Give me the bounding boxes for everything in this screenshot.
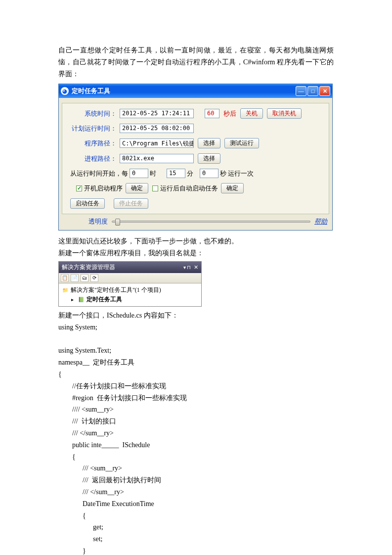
vs-tool-icon[interactable]: 📋 [61,274,69,282]
solution-explorer: 解决方案资源管理器 ▾ ⊓ ✕ 📋 📄 🗂 ⟳ 📁 解决方案"定时任务工具"(1… [58,261,202,307]
label-progpath: 程序路径： [67,139,120,148]
seconds-suffix: 秒后 [223,109,236,118]
vs-tool-icon[interactable]: ⟳ [90,274,98,282]
testrun-button[interactable]: 测试运行 [224,138,259,148]
clock-icon: ◕ [61,87,69,95]
sec-label: 秒 运行一次 [220,169,254,178]
confirm2-button[interactable]: 确定 [221,183,244,193]
hour-field[interactable]: 0 [130,169,148,178]
choose-proc-button[interactable]: 选择 [198,153,220,164]
vs-project-line[interactable]: ▸ 📗 定时任务工具 [62,295,198,304]
label-procpath: 进程路径： [67,154,120,163]
cancel-shutdown-button[interactable]: 取消关机 [267,108,302,119]
procpath-field[interactable]: 8021x.exe [120,154,194,163]
start-task-button[interactable]: 启动任务 [70,198,105,209]
expand-icon[interactable]: ▸ [69,296,76,303]
interval-prefix: 从运行时间开始，每 [70,169,128,178]
vs-close-icon[interactable]: ✕ [194,264,198,271]
window-title: 定时任务工具 [72,87,110,95]
confirm1-button[interactable]: 确定 [126,183,148,193]
mid-paragraph-2: 新建一个窗体应用程序项目，我的项目名就是： [58,247,334,259]
vs-toolbar: 📋 📄 🗂 ⟳ [59,273,201,283]
progpath-field[interactable]: C:\Program Files\锐捷网络 [120,139,194,148]
app-window: ◕ 定时任务工具 — □ ✕ 系统时间： 2012-05-25 17:24:11… [58,84,333,231]
label-systime: 系统时间： [67,109,120,118]
solution-icon: 📁 [62,286,69,293]
minimize-button[interactable]: — [296,86,306,96]
after-vs-text: 新建一个接口，ISchedule.cs 内容如下： [58,310,334,322]
opacity-slider[interactable] [112,221,310,223]
sec-field[interactable]: 0 [200,169,218,178]
label-plantime: 计划运行时间： [67,124,120,133]
csproj-icon: 📗 [78,296,85,303]
maximize-button[interactable]: □ [307,86,318,96]
vs-tool-icon[interactable]: 📄 [71,274,79,282]
help-link[interactable]: 帮助 [314,217,327,226]
vs-title: 解决方案资源管理器 [62,263,115,272]
hour-label: 时 [150,169,156,178]
plantime-field[interactable]: 2012-05-25 08:02:00 [120,124,194,133]
autostart-checkbox[interactable] [152,185,158,191]
close-button[interactable]: ✕ [319,86,330,96]
code-block: using System; using System.Text; namespa… [58,322,334,555]
autostart-label: 运行后自动启动任务 [160,184,218,193]
systime-field[interactable]: 2012-05-25 17:24:11 [120,109,194,118]
stop-task-button: 停止任务 [114,198,148,209]
opacity-label: 透明度 [88,217,108,226]
shutdown-button[interactable]: 关机 [240,108,263,119]
boot-checkbox[interactable]: ✓ [76,185,82,191]
intro-paragraph: 自己一直想做个定时任务工具，以前一直时间做，最近，在寝室，每天都为电脑连网烦恼，… [58,45,334,80]
mid-paragraph-1: 这里面知识点还比较多，下面动手一步一步做，也不难的。 [58,235,334,247]
titlebar: ◕ 定时任务工具 — □ ✕ [59,84,332,98]
min-field[interactable]: 15 [167,169,185,178]
vs-solution-line[interactable]: 📁 解决方案"定时任务工具"(1 个项目) [62,285,198,295]
vs-tool-icon[interactable]: 🗂 [81,274,88,282]
seconds-field[interactable]: 60 [205,109,219,118]
pin-icon[interactable]: ▾ ⊓ [183,265,191,270]
choose-prog-button[interactable]: 选择 [198,138,220,148]
min-label: 分 [187,169,193,178]
boot-label: 开机启动程序 [84,184,123,193]
